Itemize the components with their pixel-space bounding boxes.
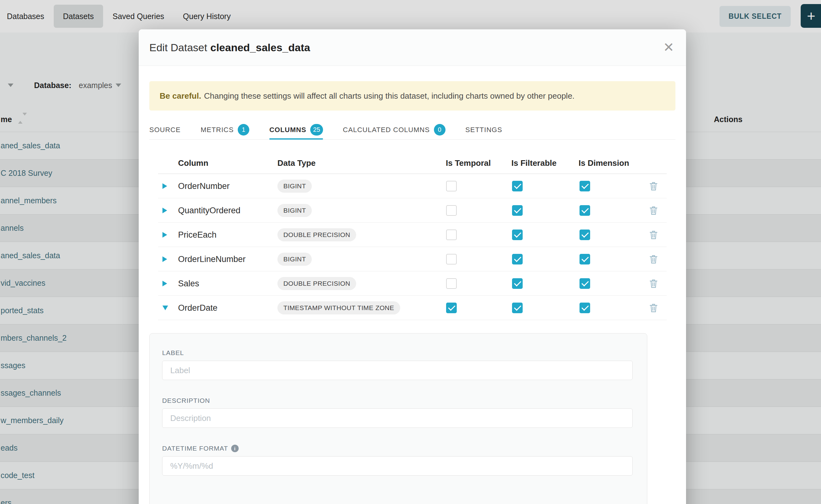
- modal-title: Edit Datasetcleaned_sales_data: [149, 42, 310, 54]
- checkbox-filterable[interactable]: [512, 254, 523, 264]
- warning-banner-text: Changing these settings will affect all …: [204, 91, 575, 101]
- checkbox-filterable[interactable]: [512, 205, 523, 216]
- column-name: PriceEach: [178, 230, 216, 240]
- column-row: OrderLineNumberBIGINT: [158, 247, 667, 271]
- column-row: QuantityOrderedBIGINT: [158, 198, 667, 223]
- checkbox-filterable[interactable]: [512, 181, 523, 191]
- tab-count-badge: 25: [310, 124, 323, 136]
- columns-table: Column Data Type Is Temporal Is Filterab…: [158, 140, 667, 320]
- modal-tab-calculated-columns[interactable]: CALCULATED COLUMNS0: [343, 120, 446, 139]
- modal-tab-source[interactable]: SOURCE: [149, 120, 180, 139]
- column-row: OrderDateTIMESTAMP WITHOUT TIME ZONE: [158, 296, 667, 320]
- checkbox-temporal[interactable]: [446, 230, 457, 240]
- column-row: PriceEachDOUBLE PRECISION: [158, 223, 667, 247]
- checkbox-dimension[interactable]: [580, 181, 590, 191]
- datetime-format-label-text: DATETIME FORMAT: [162, 445, 228, 452]
- column-row: SalesDOUBLE PRECISION: [158, 271, 667, 296]
- column-header: Column: [178, 158, 208, 168]
- checkbox-filterable[interactable]: [512, 303, 523, 313]
- is-temporal-header: Is Temporal: [446, 158, 491, 168]
- warning-banner-bold: Be careful.: [160, 91, 201, 101]
- checkbox-dimension[interactable]: [580, 205, 590, 216]
- data-type-pill: BIGINT: [277, 204, 312, 217]
- expand-caret-icon[interactable]: [162, 281, 167, 286]
- is-filterable-header: Is Filterable: [512, 158, 557, 168]
- checkbox-dimension[interactable]: [580, 303, 590, 313]
- close-icon[interactable]: ✕: [663, 41, 674, 54]
- modal-tab-label: METRICS: [200, 126, 234, 134]
- description-field-label: DESCRIPTION: [162, 397, 633, 404]
- trash-icon[interactable]: [649, 230, 658, 240]
- description-field-group: DESCRIPTION: [162, 397, 633, 428]
- modal-title-prefix: Edit Dataset: [149, 42, 207, 53]
- trash-icon[interactable]: [649, 303, 658, 313]
- description-field-label-text: DESCRIPTION: [162, 397, 210, 404]
- checkbox-temporal[interactable]: [446, 254, 457, 264]
- column-name: OrderLineNumber: [178, 254, 245, 264]
- column-name: Sales: [178, 279, 199, 288]
- checkbox-filterable[interactable]: [512, 230, 523, 240]
- checkbox-dimension[interactable]: [580, 278, 590, 289]
- modal-dataset-name: cleaned_sales_data: [210, 42, 310, 53]
- expand-caret-icon[interactable]: [162, 208, 167, 213]
- datetime-format-field-group: DATETIME FORMAT i: [162, 445, 633, 476]
- modal-tab-columns[interactable]: COLUMNS25: [269, 120, 323, 139]
- checkbox-temporal[interactable]: [446, 205, 457, 216]
- columns-table-body: OrderNumberBIGINTQuantityOrderedBIGINTPr…: [158, 174, 667, 320]
- tab-count-badge: 1: [238, 124, 249, 136]
- data-type-pill: DOUBLE PRECISION: [277, 277, 356, 290]
- expand-caret-icon[interactable]: [162, 256, 167, 262]
- expand-caret-icon[interactable]: [162, 183, 167, 189]
- checkbox-dimension[interactable]: [580, 254, 590, 264]
- warning-banner: Be careful. Changing these settings will…: [149, 81, 675, 111]
- data-type-header: Data Type: [277, 158, 315, 168]
- tab-count-badge: 0: [434, 124, 446, 136]
- checkbox-temporal[interactable]: [446, 303, 457, 313]
- label-field-label-text: LABEL: [162, 349, 184, 357]
- modal-tab-label: CALCULATED COLUMNS: [343, 126, 430, 134]
- column-name: OrderDate: [178, 303, 217, 313]
- column-detail-panel: LABEL DESCRIPTION DATETIME FORMAT i: [149, 333, 647, 504]
- collapse-caret-icon[interactable]: [162, 305, 168, 310]
- data-type-pill: BIGINT: [277, 180, 312, 193]
- edit-dataset-modal: Edit Datasetcleaned_sales_data ✕ Be care…: [139, 29, 686, 504]
- label-field-label: LABEL: [162, 349, 633, 357]
- modal-tab-bar: SOURCEMETRICS1COLUMNS25CALCULATED COLUMN…: [149, 120, 675, 140]
- column-name: OrderNumber: [178, 181, 230, 191]
- datetime-format-input[interactable]: [162, 456, 633, 476]
- checkbox-temporal[interactable]: [446, 278, 457, 289]
- data-type-pill: BIGINT: [277, 253, 312, 266]
- is-dimension-header: Is Dimension: [579, 158, 629, 168]
- modal-tab-label: COLUMNS: [269, 126, 306, 134]
- description-input[interactable]: [162, 408, 633, 428]
- checkbox-dimension[interactable]: [580, 230, 590, 240]
- label-input[interactable]: [162, 361, 633, 380]
- modal-tab-label: SETTINGS: [466, 126, 502, 134]
- data-type-pill: TIMESTAMP WITHOUT TIME ZONE: [277, 301, 400, 314]
- modal-header: Edit Datasetcleaned_sales_data ✕: [139, 29, 686, 66]
- modal-tab-metrics[interactable]: METRICS1: [200, 120, 249, 139]
- trash-icon[interactable]: [649, 181, 658, 191]
- expand-caret-icon[interactable]: [162, 232, 167, 238]
- column-row: OrderNumberBIGINT: [158, 174, 667, 198]
- datetime-format-field-label: DATETIME FORMAT i: [162, 445, 633, 452]
- checkbox-filterable[interactable]: [512, 278, 523, 289]
- columns-table-header: Column Data Type Is Temporal Is Filterab…: [158, 140, 667, 174]
- data-type-pill: DOUBLE PRECISION: [277, 228, 356, 241]
- checkbox-temporal[interactable]: [446, 181, 457, 191]
- label-field-group: LABEL: [162, 349, 633, 380]
- modal-tab-label: SOURCE: [149, 126, 180, 134]
- trash-icon[interactable]: [649, 254, 658, 264]
- trash-icon[interactable]: [649, 205, 658, 215]
- trash-icon[interactable]: [649, 279, 658, 289]
- modal-tab-settings[interactable]: SETTINGS: [466, 120, 502, 139]
- column-name: QuantityOrdered: [178, 205, 240, 215]
- info-icon[interactable]: i: [231, 445, 239, 452]
